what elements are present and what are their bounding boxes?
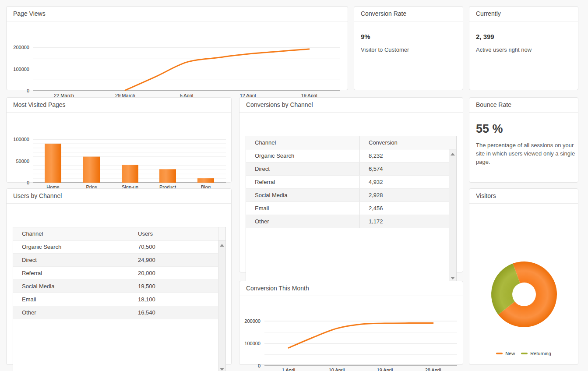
table-cell-value: 18,100 <box>129 293 218 306</box>
table-cell-value: 20,000 <box>129 267 218 279</box>
conversion-rate-subtitle: Visitor to Customer <box>361 46 463 53</box>
bounce-rate-title: Bounce Rate <box>469 98 578 113</box>
scrollbar[interactable] <box>449 149 456 283</box>
table-header-cell: Conversion <box>360 136 449 149</box>
table-body: Organic Search70,500Direct24,900Referral… <box>13 240 225 371</box>
table-cell-channel: Referral <box>246 176 360 188</box>
currently-subtitle: Active users right now <box>476 46 578 53</box>
table-cell-value: 2,928 <box>360 189 449 201</box>
analytics-dashboard: { "cards": { "page_views": {"title": "Pa… <box>0 0 588 371</box>
svg-text:0: 0 <box>27 180 29 185</box>
table-row: Social Media19,500 <box>13 280 218 293</box>
table-header-spacer <box>218 227 225 240</box>
table-cell-value: 24,900 <box>129 254 218 266</box>
scroll-down-arrow-icon[interactable] <box>220 368 224 371</box>
bounce-rate-value: 55 % <box>476 122 578 136</box>
table-row: Organic Search8,232 <box>246 149 449 163</box>
card-title-text: Conversions by Channel <box>246 101 313 108</box>
table-cell-channel: Referral <box>13 267 129 279</box>
table-cell-channel: Organic Search <box>13 240 129 253</box>
svg-text:19 April: 19 April <box>377 367 393 371</box>
table-header-spacer <box>449 136 456 149</box>
users-title: Users by Channel <box>7 189 231 204</box>
svg-text:100000: 100000 <box>13 137 29 142</box>
table-row: Social Media2,928 <box>246 189 449 202</box>
card-most-visited-pages: Most Visited Pages 050000100000HomePrice… <box>6 97 232 183</box>
visitors-donut-chart <box>469 219 578 363</box>
card-title-text: Users by Channel <box>13 192 62 199</box>
svg-text:50000: 50000 <box>16 159 29 164</box>
svg-text:200000: 200000 <box>13 45 29 50</box>
most-visited-title: Most Visited Pages <box>7 98 231 113</box>
table-cell-value: 4,932 <box>360 176 449 188</box>
table-cell-channel: Social Media <box>13 280 129 293</box>
scrollbar[interactable] <box>218 240 225 371</box>
table-row: Other1,172 <box>246 215 449 228</box>
card-bounce-rate: Bounce Rate 55 % The percentage of all s… <box>469 97 578 183</box>
page-views-title: Page Views <box>7 7 348 21</box>
table-header-cell: Users <box>129 227 218 240</box>
table-cell-channel: Other <box>13 306 129 319</box>
card-title-text: Bounce Rate <box>476 101 511 108</box>
svg-text:100000: 100000 <box>13 67 29 72</box>
scroll-up-arrow-icon[interactable] <box>220 244 224 247</box>
table-row: Email18,100 <box>13 293 218 306</box>
conversion-month-title: Conversion This Month <box>239 281 463 296</box>
table-cell-channel: Direct <box>13 254 129 266</box>
visitors-legend: NewReturning <box>469 348 578 356</box>
table-header-cell: Channel <box>246 136 360 149</box>
table-cell-value: 1,172 <box>360 215 449 228</box>
card-page-views: Page Views 010000020000022 March29 March… <box>6 6 348 90</box>
svg-text:100000: 100000 <box>244 341 261 346</box>
table-header-cell: Channel <box>13 227 129 240</box>
table-row: Referral20,000 <box>13 267 218 280</box>
table-row: Direct24,900 <box>13 254 218 267</box>
card-conversion-this-month: Conversion This Month 01000002000001 Apr… <box>239 281 463 365</box>
table-cell-value: 19,500 <box>129 280 218 293</box>
svg-text:10 April: 10 April <box>329 367 345 371</box>
conversions-title: Conversions by Channel <box>239 98 463 113</box>
legend-label: New <box>505 351 515 356</box>
table-cell-value: 8,232 <box>360 149 449 162</box>
legend-item[interactable]: Returning <box>521 351 551 356</box>
card-conversion-rate: Conversion Rate 9% Visitor to Customer <box>354 6 463 90</box>
conversion-rate-value: 9% <box>361 33 463 40</box>
svg-text:28 April: 28 April <box>425 367 441 371</box>
currently-title: Currently <box>469 7 578 21</box>
table-cell-channel: Organic Search <box>246 149 360 162</box>
card-title-text: Currently <box>476 10 501 17</box>
users-table: ChannelUsers Organic Search70,500Direct2… <box>13 227 226 371</box>
card-currently: Currently 2, 399 Active users right now <box>469 6 578 90</box>
conversion-month-line-chart: 01000002000001 April10 April19 April28 A… <box>239 311 463 371</box>
table-cell-value: 6,574 <box>360 163 449 175</box>
currently-value: 2, 399 <box>476 33 578 40</box>
svg-text:200000: 200000 <box>244 318 261 324</box>
conversions-table: ChannelConversion Organic Search8,232Dir… <box>246 136 457 283</box>
table-cell-value: 2,456 <box>360 202 449 215</box>
bounce-rate-description: The percentage of all sessions on your s… <box>476 141 576 166</box>
legend-marker <box>521 353 528 354</box>
card-title-text: Page Views <box>13 10 46 17</box>
legend-label: Returning <box>530 351 551 356</box>
table-row: Referral4,932 <box>246 176 449 189</box>
card-title-text: Most Visited Pages <box>13 101 66 108</box>
legend-marker <box>496 353 503 354</box>
page-views-line-chart: 010000020000022 March29 March5 April12 A… <box>7 36 348 106</box>
card-title-text: Conversion This Month <box>246 285 309 292</box>
scroll-down-arrow-icon[interactable] <box>451 277 455 279</box>
scroll-up-arrow-icon[interactable] <box>451 153 455 155</box>
conversion-rate-title: Conversion Rate <box>354 7 463 21</box>
card-users-by-channel: Users by Channel ChannelUsers Organic Se… <box>6 188 232 365</box>
table-cell-value: 70,500 <box>129 240 218 253</box>
table-cell-channel: Social Media <box>246 189 360 201</box>
table-cell-channel: Email <box>246 202 360 215</box>
svg-text:0: 0 <box>258 363 261 368</box>
table-header-row: ChannelConversion <box>246 136 456 149</box>
table-cell-value: 16,540 <box>129 306 218 319</box>
svg-text:0: 0 <box>27 88 29 93</box>
legend-item[interactable]: New <box>496 351 515 356</box>
table-cell-channel: Email <box>13 293 129 306</box>
card-title-text: Visitors <box>476 192 496 199</box>
card-title-text: Conversion Rate <box>361 10 406 17</box>
table-row: Other16,540 <box>13 306 218 319</box>
